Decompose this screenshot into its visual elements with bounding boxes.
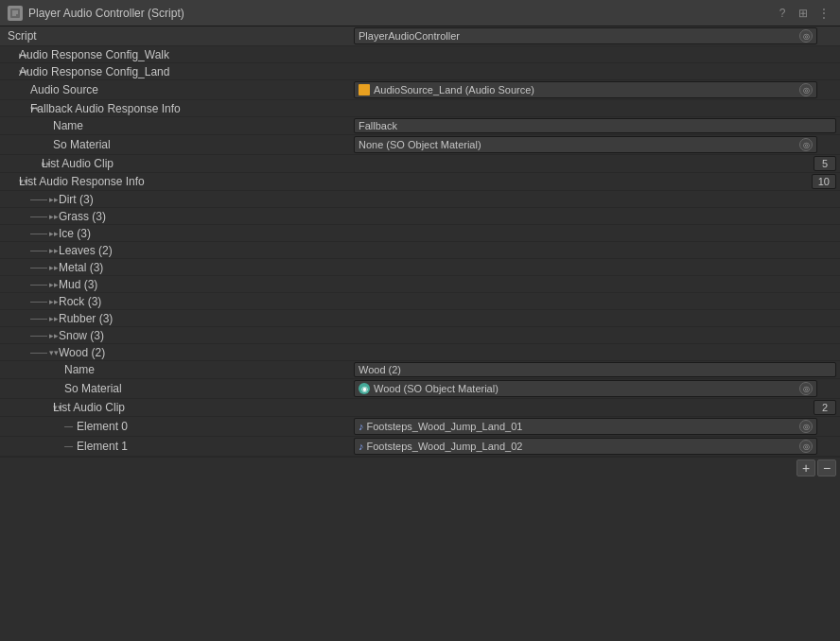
list-audio-clip-fallback-label: List Audio Clip bbox=[42, 157, 114, 170]
wood-name-row: Name bbox=[0, 361, 840, 379]
title-bar: Player Audio Controller (Script) ? ⊞ ⋮ bbox=[0, 0, 840, 26]
grass-arrow[interactable]: ▸ bbox=[49, 212, 59, 221]
title-bar-actions: ? ⊞ ⋮ bbox=[774, 5, 832, 22]
wood-so-select-btn[interactable]: ◎ bbox=[799, 382, 813, 395]
script-row: Script PlayerAudioController ◎ bbox=[0, 26, 840, 46]
add-element-button[interactable]: + bbox=[796, 459, 815, 476]
list-item-leaves[interactable]: —— ▸ Leaves (2) bbox=[0, 242, 840, 259]
music-icon-1: ♪ bbox=[359, 441, 364, 452]
script-value: PlayerAudioController bbox=[359, 30, 796, 42]
wood-element-0-value: Footsteps_Wood_Jump_Land_01 bbox=[367, 421, 796, 432]
mud-arrow[interactable]: ▸ bbox=[49, 280, 59, 289]
list-item-ice[interactable]: —— ▸ Ice (3) bbox=[0, 225, 840, 242]
wood-list-audio-clip-count: 2 bbox=[814, 400, 836, 415]
audio-source-label: Audio Source bbox=[4, 83, 98, 96]
wood-so-icon: ◉ bbox=[359, 383, 370, 394]
wood-element-1-row: — Element 1 ♪ Footsteps_Wood_Jump_Land_0… bbox=[0, 437, 840, 457]
script-label: Script bbox=[4, 28, 41, 43]
fallback-info-row[interactable]: ▾ Fallback Audio Response Info bbox=[0, 100, 840, 117]
remove-element-button[interactable]: − bbox=[817, 459, 836, 476]
dirt-label: Dirt (3) bbox=[59, 193, 94, 206]
audio-source-row: Audio Source AudioSource_Land (Audio Sou… bbox=[0, 80, 840, 100]
so-material-row: So Material None (SO Object Material) ◎ bbox=[0, 135, 840, 155]
so-material-select-btn[interactable]: ◎ bbox=[799, 138, 813, 151]
list-item-wood[interactable]: —— ▾ Wood (2) bbox=[0, 344, 840, 361]
grass-label: Grass (3) bbox=[59, 210, 106, 223]
list-item-snow[interactable]: —— ▸ Snow (3) bbox=[0, 327, 840, 344]
fallback-info-label: Fallback Audio Response Info bbox=[30, 102, 181, 115]
script-field[interactable]: PlayerAudioController ◎ bbox=[354, 27, 817, 44]
wood-so-material-field[interactable]: ◉ Wood (SO Object Material) ◎ bbox=[354, 380, 817, 397]
wood-arrow[interactable]: ▾ bbox=[49, 348, 59, 357]
audio-source-select-btn[interactable]: ◎ bbox=[799, 83, 813, 96]
wood-list-audio-clip-arrow[interactable]: ▾ bbox=[4, 403, 53, 412]
wood-list-audio-clip-label: List Audio Clip bbox=[53, 401, 125, 414]
config-walk-arrow[interactable]: ▸ bbox=[4, 50, 19, 60]
wood-so-material-row: So Material ◉ Wood (SO Object Material) … bbox=[0, 379, 840, 399]
wood-element-0-field[interactable]: ♪ Footsteps_Wood_Jump_Land_01 ◎ bbox=[354, 418, 817, 435]
dirt-arrow[interactable]: ▸ bbox=[49, 195, 59, 204]
add-remove-bar: + − bbox=[0, 457, 840, 478]
wood-label: Wood (2) bbox=[59, 346, 105, 359]
rubber-arrow[interactable]: ▸ bbox=[49, 314, 59, 323]
wood-element-1-label: Element 1 bbox=[77, 440, 128, 453]
music-icon-0: ♪ bbox=[359, 421, 364, 432]
fallback-info-arrow[interactable]: ▾ bbox=[4, 104, 30, 113]
wood-element-1-field[interactable]: ♪ Footsteps_Wood_Jump_Land_02 ◎ bbox=[354, 438, 817, 455]
wood-so-material-label: So Material bbox=[4, 382, 122, 395]
menu-button[interactable]: ⋮ bbox=[815, 5, 832, 22]
config-land-arrow[interactable]: ▾ bbox=[4, 67, 19, 77]
wood-element-1-value: Footsteps_Wood_Jump_Land_02 bbox=[367, 441, 796, 452]
so-material-value: None (SO Object Material) bbox=[359, 139, 796, 150]
metal-label: Metal (3) bbox=[59, 261, 103, 274]
fallback-name-row: Name bbox=[0, 117, 840, 135]
list-item-metal[interactable]: —— ▸ Metal (3) bbox=[0, 259, 840, 276]
list-audio-response-count: 10 bbox=[812, 174, 836, 189]
wood-list-audio-clip-row[interactable]: ▾ List Audio Clip 2 bbox=[0, 399, 840, 417]
settings-button[interactable]: ⊞ bbox=[795, 5, 812, 22]
config-walk-row[interactable]: ▸ Audio Response Config_Walk bbox=[0, 46, 840, 63]
list-item-mud[interactable]: —— ▸ Mud (3) bbox=[0, 276, 840, 293]
so-material-label: So Material bbox=[4, 138, 111, 151]
list-audio-response-arrow[interactable]: ▾ bbox=[4, 177, 19, 186]
rock-arrow[interactable]: ▸ bbox=[49, 297, 59, 306]
script-select-btn[interactable]: ◎ bbox=[799, 29, 813, 43]
audio-source-icon bbox=[359, 84, 370, 95]
wood-element-0-label: Element 0 bbox=[77, 420, 128, 433]
list-audio-clip-fallback-row[interactable]: ▸ List Audio Clip 5 bbox=[0, 155, 840, 173]
wood-so-material-value: Wood (SO Object Material) bbox=[374, 383, 796, 394]
so-material-field[interactable]: None (SO Object Material) ◎ bbox=[354, 136, 817, 153]
fallback-name-input[interactable] bbox=[354, 118, 836, 133]
list-audio-response-label: List Audio Response Info bbox=[19, 175, 145, 188]
config-land-row[interactable]: ▾ Audio Response Config_Land bbox=[0, 63, 840, 80]
audio-source-value: AudioSource_Land (Audio Source) bbox=[374, 84, 796, 95]
ice-arrow[interactable]: ▸ bbox=[49, 229, 59, 238]
snow-arrow[interactable]: ▸ bbox=[49, 331, 59, 340]
list-item-grass[interactable]: —— ▸ Grass (3) bbox=[0, 208, 840, 225]
inspector-panel: Script PlayerAudioController ◎ ▸ Audio R… bbox=[0, 26, 840, 641]
rock-label: Rock (3) bbox=[59, 295, 101, 308]
leaves-label: Leaves (2) bbox=[59, 244, 113, 257]
help-button[interactable]: ? bbox=[774, 5, 791, 22]
mud-label: Mud (3) bbox=[59, 278, 97, 291]
rubber-label: Rubber (3) bbox=[59, 312, 113, 325]
list-audio-response-row[interactable]: ▾ List Audio Response Info 10 bbox=[0, 173, 840, 191]
wood-name-label: Name bbox=[4, 363, 95, 376]
wood-element-0-select-btn[interactable]: ◎ bbox=[799, 420, 813, 433]
list-item-dirt[interactable]: —— ▸ Dirt (3) bbox=[0, 191, 840, 208]
wood-name-input[interactable] bbox=[354, 362, 836, 377]
ice-label: Ice (3) bbox=[59, 227, 91, 240]
fallback-name-label: Name bbox=[4, 119, 83, 132]
list-item-rubber[interactable]: —— ▸ Rubber (3) bbox=[0, 310, 840, 327]
config-land-label: Audio Response Config_Land bbox=[19, 65, 169, 78]
metal-arrow[interactable]: ▸ bbox=[49, 263, 59, 272]
wood-element-0-row: — Element 0 ♪ Footsteps_Wood_Jump_Land_0… bbox=[0, 417, 840, 437]
audio-source-field[interactable]: AudioSource_Land (Audio Source) ◎ bbox=[354, 81, 817, 98]
leaves-arrow[interactable]: ▸ bbox=[49, 246, 59, 255]
list-audio-clip-fallback-count: 5 bbox=[814, 156, 836, 171]
config-walk-label: Audio Response Config_Walk bbox=[19, 48, 169, 61]
list-audio-clip-fallback-arrow[interactable]: ▸ bbox=[4, 159, 42, 168]
list-item-rock[interactable]: —— ▸ Rock (3) bbox=[0, 293, 840, 310]
wood-element-1-select-btn[interactable]: ◎ bbox=[799, 440, 813, 453]
script-icon bbox=[8, 6, 23, 21]
